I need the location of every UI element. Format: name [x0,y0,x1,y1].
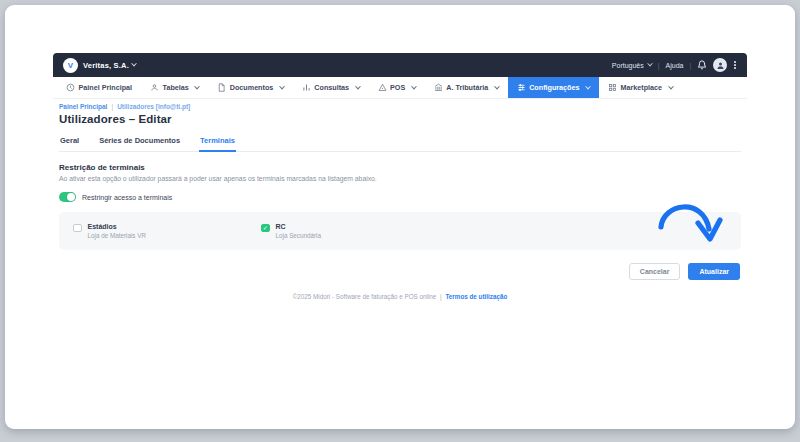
toggle-knob [67,193,75,201]
section-description: Ao ativar esta opção o utilizador passar… [59,175,741,182]
company-name[interactable]: Veritas, S.A. [83,61,129,70]
breadcrumb-separator: | [111,103,113,110]
terms-link[interactable]: Termos de utilização [445,293,507,300]
actions-row: Cancelar Atualizar [59,263,741,280]
chevron-down-icon [647,61,653,67]
menu-item-pos[interactable]: POS [369,77,425,98]
chevron-down-icon [411,83,417,89]
breadcrumb-link-painel[interactable]: Painel Principal [59,103,107,110]
terminal-item-estadios: Estádios Loja de Materiais VR [73,223,261,240]
help-link[interactable]: Ajuda [666,62,684,69]
copyright-text: ©2025 Midori - Software de faturação e P… [293,293,437,300]
bar-chart-icon [302,83,311,92]
menu-item-tabelas[interactable]: Tabelas [141,77,208,98]
menu-item-painel-principal[interactable]: Painel Principal [57,77,141,98]
terminal-name: RC [276,223,322,230]
menu-item-a-tributaria[interactable]: A. Tributária [425,77,508,98]
page-title: Utilizadores – Editar [59,113,741,125]
footer: ©2025 Midori - Software de faturação e P… [59,293,741,308]
toggle-label: Restringir acesso a terminais [82,194,172,201]
terminal-item-rc: ✓ RC Loja Secundária [261,223,449,240]
company-logo-icon: V [63,58,78,73]
pos-icon [378,83,387,92]
terminal-store: Loja de Materiais VR [88,232,146,239]
terminal-store: Loja Secundária [276,232,322,239]
person-icon [150,83,159,92]
menu-item-marketplace[interactable]: Marketplace [599,77,682,98]
chevron-down-icon [585,83,591,89]
top-navbar: V Veritas, S.A. Português | Ajuda | [53,53,747,77]
toggle-row: Restringir acesso a terminais [59,192,741,202]
main-menu: Painel Principal Tabelas Documentos Cons… [53,77,747,99]
chevron-down-icon [355,83,361,89]
topbar-separator: | [689,62,691,69]
grid-icon [608,83,617,92]
bell-icon[interactable] [697,60,707,70]
language-selector[interactable]: Português [612,62,644,69]
kebab-menu-icon[interactable] [733,60,737,70]
app-window: V Veritas, S.A. Português | Ajuda | [53,53,747,308]
chevron-down-icon [131,61,137,67]
bank-icon [434,83,443,92]
terminal-checkbox-estadios[interactable] [73,224,82,233]
clock-icon [66,83,75,92]
restrict-toggle[interactable] [59,192,76,202]
document-icon [217,83,226,92]
avatar[interactable] [713,58,727,72]
tab-terminais[interactable]: Terminais [199,134,236,152]
sliders-icon [517,83,526,92]
chevron-down-icon [279,83,285,89]
breadcrumb: Painel Principal | Utilizadores [info@ti… [59,103,741,110]
tab-geral[interactable]: Geral [59,134,80,151]
breadcrumb-current[interactable]: Utilizadores [info@ti.pt] [117,103,190,110]
chevron-down-icon [194,83,200,89]
chevron-down-icon [494,83,500,89]
menu-item-consultas[interactable]: Consultas [293,77,369,98]
footer-separator: | [440,293,442,300]
topbar-separator: | [658,62,660,69]
terminal-name: Estádios [88,223,146,230]
update-button[interactable]: Atualizar [688,263,740,280]
menu-item-documentos[interactable]: Documentos [208,77,293,98]
screenshot-card: V Veritas, S.A. Português | Ajuda | [5,5,795,429]
terminal-checkbox-rc[interactable]: ✓ [261,224,270,233]
page-content: Painel Principal | Utilizadores [info@ti… [53,99,747,308]
cancel-button[interactable]: Cancelar [629,263,681,280]
menu-item-configuracoes[interactable]: Configurações [508,77,599,98]
tab-series-de-documentos[interactable]: Séries de Documentos [98,134,181,151]
terminals-panel: Estádios Loja de Materiais VR ✓ RC Loja … [59,212,741,250]
chevron-down-icon [668,83,674,89]
tabs-bar: Geral Séries de Documentos Terminais [59,134,741,152]
section-heading: Restrição de terminais [59,163,741,172]
